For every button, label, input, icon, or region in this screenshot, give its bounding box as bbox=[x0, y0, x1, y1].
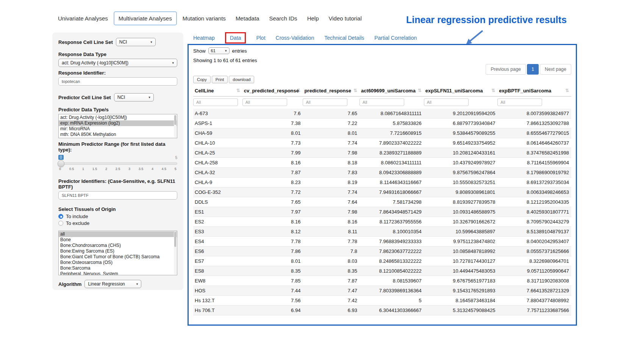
sort-icon[interactable]: ⇅ bbox=[565, 88, 569, 93]
filter-input-predicted-response[interactable] bbox=[303, 98, 347, 106]
column-label: expBPTF_uniSarcoma bbox=[499, 88, 551, 94]
chevron-down-icon: ▾ bbox=[172, 61, 174, 65]
tab-plot[interactable]: Plot bbox=[256, 35, 265, 41]
cellline-cell: CHLA-32 bbox=[193, 168, 242, 178]
previous-page-button[interactable]: Previous page bbox=[486, 64, 526, 75]
predictor-cell-line-set-select[interactable]: NCI ▾ bbox=[114, 93, 154, 101]
predictor-option-exp-mrna-expression-log2[interactable]: exp: mRNA Expression (log2) bbox=[59, 120, 177, 126]
value-cell: 7.87 bbox=[242, 168, 303, 178]
nav-tab-metadata[interactable]: Metadata bbox=[231, 12, 264, 25]
column-header-cellline[interactable]: ⇅CellLine bbox=[193, 85, 242, 97]
value-cell: 8.08671648311111 bbox=[360, 109, 424, 119]
slider-value-badge: 0 bbox=[58, 155, 64, 160]
predictor-identifiers-input[interactable] bbox=[58, 191, 177, 200]
table-row: CHLA-257.997.988.2389327118888910.208124… bbox=[193, 148, 571, 158]
nav-tab-univariate-analyses[interactable]: Univariate Analyses bbox=[54, 12, 112, 25]
tab-data[interactable]: Data bbox=[225, 32, 246, 44]
value-cell: 8.06146464260737 bbox=[497, 138, 571, 148]
filter-input-expslfn11-unisarcoma[interactable] bbox=[424, 98, 469, 106]
filter-input-expbptf-unisarcoma[interactable] bbox=[497, 98, 542, 106]
slider-tick-label: 2.5 bbox=[116, 167, 120, 171]
copy-button[interactable]: Copy bbox=[193, 76, 211, 83]
chevron-down-icon: ▾ bbox=[225, 49, 227, 53]
tissue-option-bone-ewing-sarcoma-es[interactable]: Bone:Ewing Sarcoma (ES) bbox=[59, 248, 177, 254]
chevron-down-icon: ▾ bbox=[150, 40, 152, 44]
column-header-expbptf-unisarcoma[interactable]: ⇅expBPTF_uniSarcoma bbox=[497, 85, 571, 97]
tissue-origin-label: Select Tissue/s of Origin bbox=[58, 206, 177, 212]
filter-cell bbox=[303, 97, 360, 109]
column-header-act609699-unisarcoma[interactable]: ⇅act609699_uniSarcoma bbox=[360, 85, 424, 97]
tissue-exclude-radio[interactable]: To exclude bbox=[58, 220, 177, 226]
column-header-cv-predicted-response[interactable]: ⇅cv_predicted_response bbox=[242, 85, 303, 97]
value-cell: 9.8089308961801 bbox=[424, 187, 498, 197]
show-entries-select[interactable]: 61 ▾ bbox=[208, 47, 230, 54]
predictor-option-mir-microrna[interactable]: mir: MicroRNA bbox=[59, 126, 177, 132]
tab-heatmap[interactable]: Heatmap bbox=[193, 35, 215, 41]
current-page-button[interactable]: 1 bbox=[527, 64, 539, 75]
response-cell-line-set-select[interactable]: NCI ▾ bbox=[116, 38, 156, 46]
nav-tab-multivariate-analyses[interactable]: Multivariate Analyses bbox=[114, 11, 177, 25]
sort-icon[interactable]: ⇅ bbox=[236, 88, 240, 93]
response-identifier-input[interactable] bbox=[58, 77, 177, 86]
value-cell: 10.4494475483053 bbox=[424, 266, 498, 276]
tissue-option-bone-giant-cell-tumor-of-bone-gctb-sarcoma[interactable]: Bone:Giant Cell Tumor of Bone (GCTB) Sar… bbox=[59, 254, 177, 260]
tissue-option-bone-osteosarcoma-os[interactable]: Bone:Osteosarcoma (OS) bbox=[59, 260, 177, 265]
value-cell: 10.0858487818992 bbox=[424, 247, 498, 256]
print-button[interactable]: Print bbox=[212, 76, 228, 83]
value-cell: 8.17986900919792 bbox=[497, 168, 571, 178]
sort-icon[interactable]: ⇅ bbox=[353, 88, 357, 93]
tab-partial-correlation[interactable]: Partial Correlation bbox=[374, 35, 417, 41]
next-page-button[interactable]: Next page bbox=[540, 64, 571, 75]
filter-cell bbox=[424, 97, 498, 109]
value-cell: 8.31711902083008 bbox=[497, 276, 571, 286]
scrollbar[interactable] bbox=[174, 231, 177, 275]
tissue-option-bone-chondrosarcoma-chs[interactable]: Bone:Chondrosarcoma (CHS) bbox=[59, 243, 177, 248]
tab-technical-details[interactable]: Technical Details bbox=[324, 35, 364, 41]
tissue-include-radio[interactable]: To include bbox=[58, 214, 177, 219]
filter-input-cv-predicted-response[interactable] bbox=[242, 98, 287, 106]
nav-tab-mutation-variants[interactable]: Mutation variants bbox=[178, 12, 230, 25]
response-cell-line-set-label: Response Cell Line Set bbox=[58, 39, 113, 45]
value-cell: 10.4379249978927 bbox=[424, 158, 498, 168]
tissue-option-bone[interactable]: Bone bbox=[59, 237, 177, 243]
tissue-option-all[interactable]: all bbox=[59, 231, 177, 237]
tab-cross-validation[interactable]: Cross-Validation bbox=[276, 35, 314, 41]
value-cell: 8.23 bbox=[242, 178, 303, 187]
sort-icon[interactable]: ⇅ bbox=[491, 88, 495, 93]
table-row: ES17.977.987.8643494857142910.0931486588… bbox=[193, 207, 571, 217]
nav-tab-search-ids[interactable]: Search IDs bbox=[265, 12, 301, 25]
radio-label: To exclude bbox=[66, 220, 89, 226]
table-toolbar: CopyPrintdownload bbox=[193, 76, 571, 83]
slider-max-label: 5 bbox=[175, 156, 177, 160]
column-label: predicted_response bbox=[304, 88, 351, 94]
filter-input-act609699-unisarcoma[interactable] bbox=[360, 98, 404, 106]
predictor-option-act-drug-activity-log10-ic50m[interactable]: act: Drug Activity (-log10[IC50M]) bbox=[59, 115, 177, 120]
column-header-predicted-response[interactable]: ⇅predicted_response bbox=[303, 85, 360, 97]
value-cell: 8.23893271188889 bbox=[360, 148, 424, 158]
response-data-type-select[interactable]: act: Drug Activity (-log10[IC50M]) ▾ bbox=[58, 59, 177, 67]
column-header-expslfn11-unisarcoma[interactable]: ⇅expSLFN11_uniSarcoma bbox=[424, 85, 498, 97]
algorithm-select[interactable]: Linear Regression ▾ bbox=[84, 280, 141, 288]
predictor-option-mth-dna-850k-methylation[interactable]: mth: DNA 850K Methylation bbox=[59, 132, 177, 137]
nav-tab-video-tutorial[interactable]: Video tutorial bbox=[324, 12, 366, 25]
table-row: ES88.358.358.1210085402222210.4494475483… bbox=[193, 266, 571, 276]
scrollbar[interactable] bbox=[174, 115, 177, 137]
cellline-cell: ES7 bbox=[193, 256, 242, 266]
nav-tab-help[interactable]: Help bbox=[303, 12, 323, 25]
tissue-option-peripheral-nervous-system[interactable]: Peripheral_Nervous_System bbox=[59, 271, 177, 275]
tissue-option-bone-sarcoma[interactable]: Bone:Sarcoma bbox=[59, 265, 177, 271]
value-cell: 7.85 bbox=[242, 276, 303, 286]
value-cell: 8.37476582451998 bbox=[497, 148, 571, 158]
table-row: CHA-598.018.017.72166089159.538445790892… bbox=[193, 128, 571, 138]
cellline-cell: Hs 706.T bbox=[193, 306, 242, 315]
filter-input-cellline[interactable] bbox=[193, 98, 238, 106]
slider-tick-label: 1.5 bbox=[92, 167, 97, 171]
sort-icon[interactable]: ⇅ bbox=[418, 88, 422, 93]
slider-track[interactable] bbox=[58, 162, 177, 165]
download-button[interactable]: download bbox=[229, 76, 254, 83]
value-cell: 5.31324579088425 bbox=[424, 306, 498, 315]
slider-ticks: 00.511.522.533.544.55 bbox=[59, 167, 177, 171]
value-cell: 7.94931618066667 bbox=[360, 187, 424, 197]
page: Univariate AnalysesMultivariate Analyses… bbox=[0, 0, 644, 362]
slider-handle[interactable] bbox=[58, 160, 64, 167]
